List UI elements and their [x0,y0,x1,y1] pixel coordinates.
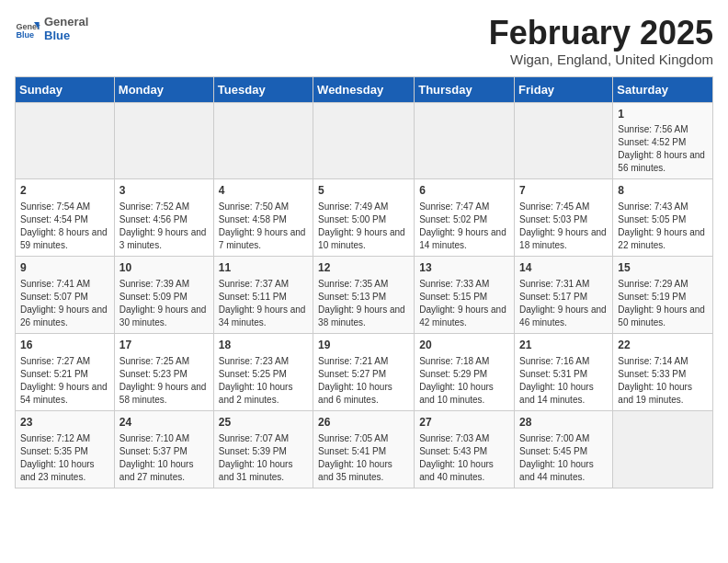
calendar-cell: 22Sunrise: 7:14 AM Sunset: 5:33 PM Dayli… [613,333,713,410]
day-header-saturday: Saturday [613,76,713,102]
calendar-cell: 15Sunrise: 7:29 AM Sunset: 5:19 PM Dayli… [613,257,713,334]
calendar-cell [16,102,115,179]
calendar-cell: 13Sunrise: 7:33 AM Sunset: 5:15 PM Dayli… [415,257,515,334]
day-number: 6 [419,183,509,199]
day-header-wednesday: Wednesday [313,76,415,102]
calendar-week-2: 2Sunrise: 7:54 AM Sunset: 4:54 PM Daylig… [16,179,713,257]
calendar-cell: 14Sunrise: 7:31 AM Sunset: 5:17 PM Dayli… [515,257,613,334]
day-number: 24 [119,415,209,431]
day-info: Sunrise: 7:37 AM Sunset: 5:11 PM Dayligh… [219,278,308,329]
day-header-monday: Monday [114,76,213,102]
day-number: 9 [20,260,109,276]
calendar-cell: 12Sunrise: 7:35 AM Sunset: 5:13 PM Dayli… [313,257,415,334]
calendar-cell [114,102,213,179]
calendar-cell: 10Sunrise: 7:39 AM Sunset: 5:09 PM Dayli… [114,257,213,334]
day-number: 18 [219,338,308,353]
day-info: Sunrise: 7:16 AM Sunset: 5:31 PM Dayligh… [519,355,608,407]
calendar-week-5: 23Sunrise: 7:12 AM Sunset: 5:35 PM Dayli… [16,410,713,488]
day-info: Sunrise: 7:21 AM Sunset: 5:27 PM Dayligh… [318,355,409,407]
day-info: Sunrise: 7:31 AM Sunset: 5:17 PM Dayligh… [519,278,608,329]
day-info: Sunrise: 7:33 AM Sunset: 5:15 PM Dayligh… [419,278,509,329]
day-info: Sunrise: 7:10 AM Sunset: 5:37 PM Dayligh… [119,432,209,484]
calendar-cell: 11Sunrise: 7:37 AM Sunset: 5:11 PM Dayli… [213,257,313,334]
month-title: February 2025 [489,15,713,52]
day-info: Sunrise: 7:03 AM Sunset: 5:43 PM Dayligh… [419,432,509,484]
day-number: 14 [519,260,608,276]
day-info: Sunrise: 7:25 AM Sunset: 5:23 PM Dayligh… [119,355,209,407]
logo: General Blue General Blue [15,15,88,42]
day-info: Sunrise: 7:52 AM Sunset: 4:56 PM Dayligh… [119,201,209,252]
calendar-cell [515,102,613,179]
day-info: Sunrise: 7:41 AM Sunset: 5:07 PM Dayligh… [20,278,109,329]
calendar-cell: 3Sunrise: 7:52 AM Sunset: 4:56 PM Daylig… [114,179,213,257]
day-number: 11 [219,260,308,276]
calendar-cell [613,410,713,488]
day-number: 22 [618,338,708,353]
day-number: 15 [618,260,708,276]
calendar-cell: 4Sunrise: 7:50 AM Sunset: 4:58 PM Daylig… [213,179,313,257]
day-number: 7 [519,183,608,199]
calendar-cell: 27Sunrise: 7:03 AM Sunset: 5:43 PM Dayli… [415,410,515,488]
logo-icon: General Blue [15,16,40,41]
day-info: Sunrise: 7:45 AM Sunset: 5:03 PM Dayligh… [519,201,608,252]
calendar-cell [415,102,515,179]
day-info: Sunrise: 7:54 AM Sunset: 4:54 PM Dayligh… [20,201,109,252]
day-info: Sunrise: 7:00 AM Sunset: 5:45 PM Dayligh… [519,432,608,484]
day-info: Sunrise: 7:56 AM Sunset: 4:52 PM Dayligh… [618,123,708,175]
calendar-cell: 23Sunrise: 7:12 AM Sunset: 5:35 PM Dayli… [16,410,115,488]
day-number: 3 [119,183,209,199]
logo-blue-text: Blue [44,29,88,42]
day-info: Sunrise: 7:14 AM Sunset: 5:33 PM Dayligh… [618,355,708,407]
calendar-cell: 19Sunrise: 7:21 AM Sunset: 5:27 PM Dayli… [313,333,415,410]
day-info: Sunrise: 7:07 AM Sunset: 5:39 PM Dayligh… [219,432,308,484]
day-number: 28 [519,415,608,431]
calendar-header-row: SundayMondayTuesdayWednesdayThursdayFrid… [16,76,713,102]
day-number: 20 [419,338,509,353]
day-number: 27 [419,415,509,431]
day-number: 25 [219,415,308,431]
day-number: 23 [20,415,109,431]
day-number: 16 [20,338,109,353]
calendar-cell: 24Sunrise: 7:10 AM Sunset: 5:37 PM Dayli… [114,410,213,488]
day-info: Sunrise: 7:39 AM Sunset: 5:09 PM Dayligh… [119,278,209,329]
calendar-cell: 5Sunrise: 7:49 AM Sunset: 5:00 PM Daylig… [313,179,415,257]
calendar-cell: 17Sunrise: 7:25 AM Sunset: 5:23 PM Dayli… [114,333,213,410]
calendar-cell: 16Sunrise: 7:27 AM Sunset: 5:21 PM Dayli… [16,333,115,410]
calendar-cell: 8Sunrise: 7:43 AM Sunset: 5:05 PM Daylig… [613,179,713,257]
calendar-week-4: 16Sunrise: 7:27 AM Sunset: 5:21 PM Dayli… [16,333,713,410]
calendar-table: SundayMondayTuesdayWednesdayThursdayFrid… [15,76,713,488]
day-number: 12 [318,260,409,276]
day-header-sunday: Sunday [16,76,115,102]
day-header-thursday: Thursday [415,76,515,102]
day-info: Sunrise: 7:05 AM Sunset: 5:41 PM Dayligh… [318,432,409,484]
calendar-week-1: 1Sunrise: 7:56 AM Sunset: 4:52 PM Daylig… [16,102,713,179]
svg-text:Blue: Blue [16,30,34,40]
calendar-cell: 9Sunrise: 7:41 AM Sunset: 5:07 PM Daylig… [16,257,115,334]
calendar-cell: 2Sunrise: 7:54 AM Sunset: 4:54 PM Daylig… [16,179,115,257]
day-info: Sunrise: 7:43 AM Sunset: 5:05 PM Dayligh… [618,201,708,252]
calendar-cell: 7Sunrise: 7:45 AM Sunset: 5:03 PM Daylig… [515,179,613,257]
calendar-cell: 28Sunrise: 7:00 AM Sunset: 5:45 PM Dayli… [515,410,613,488]
day-info: Sunrise: 7:49 AM Sunset: 5:00 PM Dayligh… [318,201,409,252]
logo-general-text: General [44,15,88,29]
calendar-cell: 20Sunrise: 7:18 AM Sunset: 5:29 PM Dayli… [415,333,515,410]
day-number: 13 [419,260,509,276]
calendar-cell: 18Sunrise: 7:23 AM Sunset: 5:25 PM Dayli… [213,333,313,410]
calendar-week-3: 9Sunrise: 7:41 AM Sunset: 5:07 PM Daylig… [16,257,713,334]
calendar-cell: 6Sunrise: 7:47 AM Sunset: 5:02 PM Daylig… [415,179,515,257]
calendar-cell [313,102,415,179]
day-info: Sunrise: 7:27 AM Sunset: 5:21 PM Dayligh… [20,355,109,407]
day-number: 21 [519,338,608,353]
day-header-tuesday: Tuesday [213,76,313,102]
page-header: General Blue General Blue February 2025 … [15,15,713,67]
day-info: Sunrise: 7:35 AM Sunset: 5:13 PM Dayligh… [318,278,409,329]
day-number: 5 [318,183,409,199]
title-area: February 2025 Wigan, England, United Kin… [489,15,713,67]
day-number: 19 [318,338,409,353]
day-info: Sunrise: 7:47 AM Sunset: 5:02 PM Dayligh… [419,201,509,252]
day-info: Sunrise: 7:12 AM Sunset: 5:35 PM Dayligh… [20,432,109,484]
location: Wigan, England, United Kingdom [489,52,713,67]
calendar-cell: 25Sunrise: 7:07 AM Sunset: 5:39 PM Dayli… [213,410,313,488]
day-header-friday: Friday [515,76,613,102]
day-info: Sunrise: 7:23 AM Sunset: 5:25 PM Dayligh… [219,355,308,407]
